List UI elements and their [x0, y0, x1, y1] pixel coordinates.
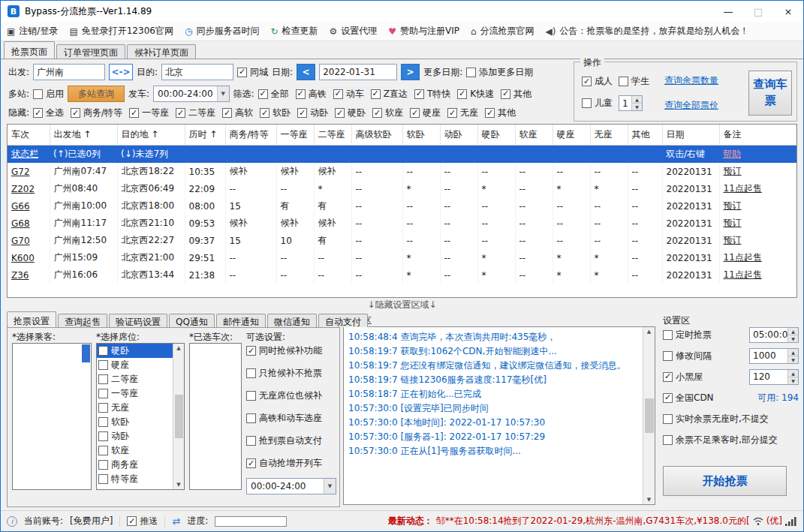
option-checkbox[interactable]: 无座席位也候补: [246, 389, 338, 402]
toolbar-button[interactable]: ⌂ 分流抢票官网: [471, 25, 534, 38]
scrollbar-thumb[interactable]: [645, 398, 654, 433]
remark-link[interactable]: 预订: [719, 197, 796, 215]
maximize-button[interactable]: □: [743, 1, 773, 22]
column-header[interactable]: 硬卧: [477, 125, 515, 146]
setting-checkbox[interactable]: 修改间隔: [663, 350, 712, 362]
same-city-checkbox[interactable]: 同城: [237, 66, 268, 79]
arrow-up-icon[interactable]: ▲: [788, 349, 798, 356]
column-header[interactable]: 历时 ↑: [185, 125, 225, 146]
seat-option[interactable]: 二等座: [97, 372, 173, 386]
setting-checkbox[interactable]: 余票不足乘客时,部分提交: [663, 434, 778, 446]
option-checkbox[interactable]: 同时抢候补功能: [246, 344, 338, 357]
query-tickets-button[interactable]: 查询车票: [748, 71, 792, 116]
column-header[interactable]: 其他: [628, 125, 662, 146]
remark-link[interactable]: 预订: [719, 215, 796, 232]
column-header[interactable]: 车次: [8, 125, 50, 146]
settings-tab[interactable]: 邮件通知: [216, 314, 266, 327]
seat-option[interactable]: 一等座: [97, 386, 173, 401]
column-header[interactable]: 日期: [662, 125, 719, 146]
option-checkbox[interactable]: 只抢候补不抢票: [246, 367, 338, 380]
setting-checkbox[interactable]: 小黑屋: [663, 371, 703, 383]
hide-column-checkbox[interactable]: 硬卧: [335, 107, 366, 119]
column-header[interactable]: 无座: [590, 125, 628, 146]
seat-option[interactable]: 软卧: [97, 415, 173, 429]
train-number-link[interactable]: G68: [8, 215, 50, 232]
setting-spinner[interactable]: 120 ▲▼: [749, 369, 799, 385]
remark-link[interactable]: 11点起售: [719, 180, 796, 197]
student-checkbox[interactable]: 学生: [619, 75, 649, 88]
toolbar-button[interactable]: ▣ 注销/登录: [7, 25, 58, 38]
hide-column-checkbox[interactable]: 二等座: [176, 107, 215, 119]
hide-column-checkbox[interactable]: 商务/特等: [71, 107, 122, 119]
dest-input[interactable]: 北京: [161, 64, 233, 80]
hide-column-checkbox[interactable]: 动卧: [297, 107, 328, 119]
train-number-link[interactable]: Z36: [8, 266, 50, 284]
add-more-dates-checkbox[interactable]: 添加更多日期: [466, 66, 533, 79]
start-grabbing-button[interactable]: 开始抢票: [663, 466, 787, 496]
train-row[interactable]: G70广州南12:50北京西22:2709:371510有-----------…: [8, 232, 796, 249]
remark-link[interactable]: 11点起售: [719, 266, 796, 284]
enable-multi-checkbox[interactable]: 启用: [33, 88, 64, 101]
arrow-up-icon[interactable]: ▲: [176, 345, 180, 351]
option-checkbox[interactable]: 自动抢增开列车: [246, 457, 338, 470]
scrollbar-thumb[interactable]: [175, 395, 183, 438]
train-type-checkbox[interactable]: 动车: [333, 88, 364, 101]
seat-option[interactable]: 硬卧: [97, 344, 173, 358]
query-remaining-tickets-link[interactable]: 查询余票数量: [664, 74, 726, 87]
arrow-up-icon[interactable]: ▲: [632, 96, 642, 104]
toolbar-button[interactable]: ◀) 公告：抢票靠的是坚持，放弃就是给别人机会！: [546, 25, 749, 38]
setting-spinner[interactable]: 05:00:00 ▲▼: [749, 327, 799, 343]
multi-station-query-button[interactable]: 多站查询: [68, 86, 125, 102]
selected-trains-listbox[interactable]: [189, 343, 242, 490]
push-checkbox[interactable]: 推送: [127, 515, 158, 527]
train-row[interactable]: Z202广州08:40北京西06:4922:09----*--*--*--**-…: [8, 180, 796, 197]
toolbar-button[interactable]: ◷ 同步服务器时间: [185, 25, 259, 38]
remark-link[interactable]: 预订: [719, 232, 796, 249]
seat-option[interactable]: 商务座: [97, 458, 173, 472]
seat-option[interactable]: 硬座: [97, 358, 173, 372]
toolbar-button[interactable]: ⚙ 设置代理: [329, 25, 377, 38]
output-scrollbar[interactable]: ▲ ▼: [643, 327, 655, 504]
train-number-link[interactable]: G66: [8, 197, 50, 215]
toolbar-button[interactable]: ↻ 检查更新: [270, 25, 318, 38]
depart-input[interactable]: 广州南: [33, 64, 105, 80]
arrow-up-icon[interactable]: ▲: [647, 329, 651, 335]
setting-checkbox[interactable]: 全国CDN: [663, 392, 714, 404]
child-checkbox[interactable]: 儿童: [582, 97, 613, 110]
toolbar-button[interactable]: ♥ 赞助与注册VIP: [388, 25, 459, 38]
column-header[interactable]: 二等座: [314, 125, 351, 146]
train-type-checkbox[interactable]: 全部: [258, 88, 289, 101]
settings-tab[interactable]: QQ通知: [169, 314, 215, 327]
main-tab[interactable]: 订单管理页面: [56, 44, 125, 59]
grab-time-range-combo[interactable]: 00:00-24:00 ▼: [246, 478, 336, 494]
column-header[interactable]: 一等座: [276, 125, 314, 146]
hide-column-checkbox[interactable]: 无座: [447, 107, 478, 119]
seat-option[interactable]: 软座: [97, 443, 173, 458]
setting-checkbox[interactable]: 实时余票无座时,不提交: [663, 413, 769, 425]
settings-tab[interactable]: 查询起售: [58, 314, 107, 327]
hide-column-checkbox[interactable]: 软卧: [260, 107, 291, 119]
arrow-down-icon[interactable]: ▼: [788, 377, 798, 384]
spinner-arrows[interactable]: ▲▼: [631, 96, 642, 110]
train-type-checkbox[interactable]: T特快: [414, 88, 450, 101]
main-tab[interactable]: 候补订单页面: [127, 44, 196, 59]
train-type-checkbox[interactable]: 其他: [501, 88, 531, 101]
passenger-listbox[interactable]: [12, 343, 92, 490]
column-header[interactable]: 软座: [515, 125, 553, 146]
arrow-down-icon[interactable]: ▼: [788, 335, 798, 342]
column-header[interactable]: 硬座: [553, 125, 590, 146]
settings-tab[interactable]: 自动支付: [318, 314, 368, 327]
prev-date-button[interactable]: <: [297, 64, 315, 80]
status-row[interactable]: 状态栏(↑)已选0列(↓)未选7列双击/右键帮助: [8, 146, 796, 164]
hide-column-checkbox[interactable]: 全选: [33, 107, 64, 119]
train-number-link[interactable]: G70: [8, 232, 50, 249]
close-button[interactable]: ×: [773, 1, 803, 22]
column-header[interactable]: 软卧: [402, 125, 440, 146]
column-header[interactable]: 目的地 ↑: [117, 125, 185, 146]
train-number-link[interactable]: G72: [8, 163, 50, 180]
arrow-down-icon[interactable]: ▼: [632, 104, 642, 110]
seat-option[interactable]: 无座: [97, 401, 173, 415]
arrow-down-icon[interactable]: ▼: [788, 356, 798, 363]
swap-stations-button[interactable]: <->: [109, 64, 133, 80]
hide-column-checkbox[interactable]: 高软: [222, 107, 253, 119]
